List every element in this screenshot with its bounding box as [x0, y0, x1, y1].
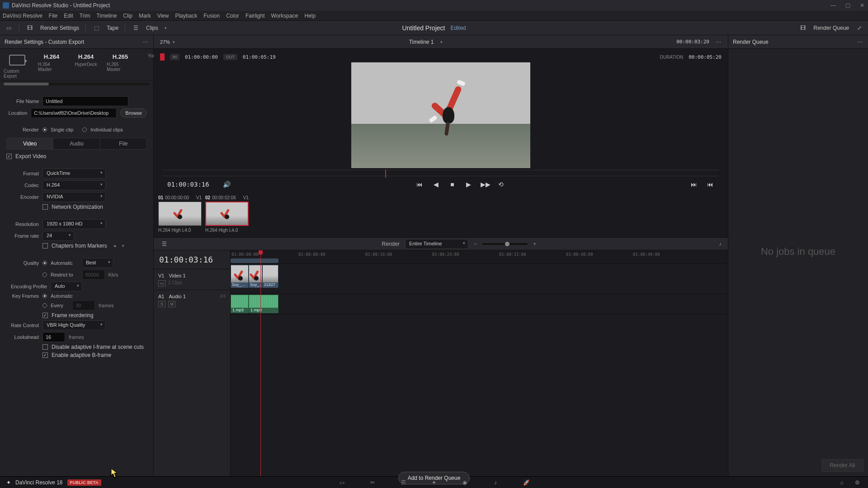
audio-clip-2[interactable]: 1.mp3 [249, 295, 278, 313]
menu-playback[interactable]: Playback [175, 13, 197, 19]
zoom-value[interactable]: 27% [160, 39, 170, 45]
cut-page-icon[interactable]: ✂ [368, 479, 377, 486]
render-all-button[interactable]: Render All [821, 459, 863, 472]
next-frame-button[interactable]: ▶▶ [481, 181, 489, 188]
quality-auto-radio[interactable] [42, 261, 47, 265]
render-settings-label[interactable]: Render Settings [40, 25, 79, 31]
audio-track-header[interactable]: A1Audio 12.0 SM [154, 290, 230, 310]
encprofile-select[interactable]: Auto [51, 282, 82, 291]
tl-render-select[interactable]: Entire Timeline [405, 239, 468, 249]
tl-view-icon[interactable]: ☰ [160, 241, 168, 247]
codec-select[interactable]: H.264 [42, 180, 106, 190]
last-frame-button[interactable]: ⏭ [690, 181, 698, 188]
stop-button[interactable]: ■ [448, 181, 456, 188]
preset-custom[interactable]: Custom Export [4, 53, 31, 79]
preset-h265[interactable]: H.265 H.265 Master [107, 53, 134, 79]
kf-every-input[interactable] [72, 300, 95, 310]
zoom-in-button[interactable]: + [533, 241, 536, 247]
kf-every-radio[interactable] [42, 303, 47, 308]
prev-frame-button[interactable]: ◀ [432, 181, 440, 188]
menu-fusion[interactable]: Fusion [203, 13, 220, 19]
quality-restrict-radio[interactable] [42, 272, 47, 277]
loop-button[interactable]: ⟲ [497, 181, 505, 188]
netopt-check[interactable] [42, 204, 48, 210]
mute-button[interactable]: M [168, 301, 175, 307]
audio-clip-1[interactable]: 1.mp3 [231, 295, 249, 313]
resolution-select[interactable]: 868 x 488 HD [42, 219, 106, 229]
expand-icon[interactable]: ⤢ [855, 25, 863, 31]
ratecontrol-select[interactable]: VBR High Quality [42, 320, 106, 330]
export-video-check[interactable]: ✓ [6, 154, 12, 159]
media-page-icon[interactable]: ▭ [337, 479, 346, 486]
clips-label[interactable]: Clips [146, 25, 158, 31]
viewer-menu-icon[interactable]: ⋯ [716, 39, 722, 45]
volume-icon[interactable]: 🔊 [223, 181, 231, 188]
monitor-icon[interactable]: ▭ [5, 25, 13, 31]
v-track-toggle[interactable]: ▭ [158, 280, 165, 286]
frame-reorder-check[interactable]: ✓ [42, 313, 48, 318]
menu-trim[interactable]: Trim [80, 13, 90, 19]
video-track-header[interactable]: V1Video 1 ▭2 Clips [154, 269, 230, 290]
queue-icon[interactable]: 🎞 [799, 25, 807, 31]
tab-file[interactable]: File [100, 138, 146, 149]
zoom-out-button[interactable]: − [474, 241, 477, 247]
preset-hyperdeck[interactable]: H.264 HyperDeck [72, 53, 99, 79]
close-button[interactable]: ✕ [859, 2, 865, 9]
color-page-icon[interactable]: ◉ [460, 479, 469, 486]
enable-bframe-check[interactable]: ✓ [42, 352, 48, 358]
kf-auto-radio[interactable] [42, 294, 47, 298]
chapters-check[interactable] [42, 243, 48, 249]
disable-iframe-check[interactable] [42, 344, 48, 350]
source-clip-2[interactable]: 0200:00:02:06V1 H.264 High L4.0 [205, 195, 249, 235]
tab-audio[interactable]: Audio [53, 138, 100, 149]
location-input[interactable] [31, 108, 117, 118]
encoder-select[interactable]: NVIDIA [42, 192, 106, 202]
menu-edit[interactable]: Edit [64, 13, 73, 19]
clips-icon[interactable]: ☰ [132, 25, 140, 31]
menu-workspace[interactable]: Workspace [271, 13, 298, 19]
menu-clip[interactable]: Clip [123, 13, 132, 19]
tl-in-out-range[interactable] [231, 258, 278, 263]
fairlight-page-icon[interactable]: ♪ [491, 479, 500, 486]
tl-ruler[interactable]: 01:00:00:00 01:00:08:00 01:00:16:00 01:0… [231, 250, 728, 264]
menu-timeline[interactable]: Timeline [96, 13, 117, 19]
zoom-slider[interactable] [482, 243, 528, 245]
filename-input[interactable] [42, 96, 128, 106]
first-frame-button[interactable]: ⏮ [415, 181, 424, 188]
preset-h264-master[interactable]: H.264 H.264 Master [38, 53, 65, 79]
minimize-button[interactable]: — [830, 2, 836, 9]
play-button[interactable]: ▶ [464, 181, 472, 188]
render-settings-icon[interactable]: 🎞 [26, 25, 34, 31]
fusion-page-icon[interactable]: ✦ [429, 479, 439, 486]
individual-clips-radio[interactable] [82, 127, 87, 132]
menu-help[interactable]: Help [304, 13, 316, 19]
single-clip-radio[interactable] [42, 127, 47, 132]
menu-mark[interactable]: Mark [139, 13, 151, 19]
source-clip-1[interactable]: 0100:00:00:00V1 H.264 High L4.0 [158, 195, 202, 235]
video-clip-3[interactable]: 21827 ... [262, 265, 278, 287]
lookahead-input[interactable] [42, 332, 65, 342]
panel-menu-icon[interactable]: ⋯ [143, 39, 149, 45]
viewer-scrubber[interactable] [163, 170, 719, 176]
edit-page-icon[interactable]: ☴ [399, 479, 408, 486]
menu-fairlight[interactable]: Fairlight [245, 13, 265, 19]
playhead[interactable] [260, 250, 261, 476]
menu-view[interactable]: View [157, 13, 169, 19]
prev-clip-button[interactable]: ⏮ [706, 181, 714, 188]
solo-button[interactable]: S [158, 301, 165, 307]
viewer[interactable] [154, 62, 728, 169]
format-select[interactable]: QuickTime [42, 169, 106, 178]
render-queue-toggle[interactable]: Render Queue [813, 25, 849, 31]
queue-menu-icon[interactable]: ⋯ [858, 39, 863, 45]
tape-icon[interactable]: ⬚ [92, 25, 100, 31]
browse-button[interactable]: Browse [120, 108, 147, 117]
tape-label[interactable]: Tape [107, 25, 118, 31]
restrict-input[interactable] [82, 270, 105, 280]
menu-davinci[interactable]: DaVinci Resolve [3, 13, 42, 19]
tab-video[interactable]: Video [7, 138, 53, 149]
maximize-button[interactable]: ▢ [844, 2, 851, 9]
preset-scroll[interactable] [4, 83, 150, 85]
video-clip-1[interactable]: boy_... [231, 265, 249, 287]
menu-file[interactable]: File [49, 13, 57, 19]
audio-meter-icon[interactable]: ♪ [719, 241, 722, 247]
